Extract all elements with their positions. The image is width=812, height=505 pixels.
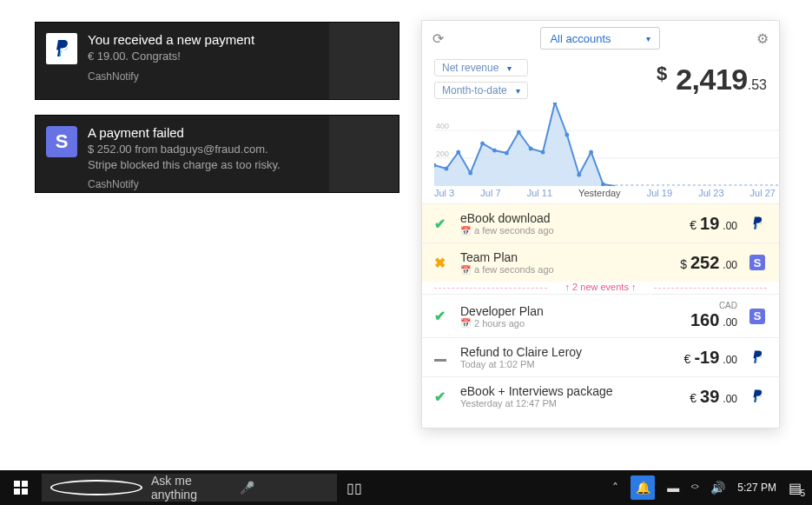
svg-rect-20 (14, 481, 20, 487)
svg-text:200: 200 (436, 150, 449, 158)
account-dropdown[interactable]: All accounts ▾ (540, 27, 659, 50)
svg-point-6 (444, 167, 448, 171)
battery-icon[interactable]: ▬ (667, 481, 679, 495)
tx-amount: €19.00 (659, 214, 737, 234)
panel-toolbar: ⟳ All accounts ▾ ⚙ (422, 21, 779, 56)
tx-time: 📅a few seconds ago (460, 225, 649, 236)
tx-amount: CAD 160.00 (659, 302, 737, 330)
tx-name: Developer Plan (460, 304, 649, 318)
volume-icon[interactable]: 🔊 (710, 481, 725, 495)
tx-amount: $252.00 (659, 253, 737, 273)
toast-payment-failed[interactable]: S A payment failed $ 252.00 from badguys… (35, 115, 399, 193)
toast-payment-received[interactable]: You received a new payment € 19.00. Cong… (35, 22, 399, 100)
tx-amount: €-19.00 (659, 348, 737, 368)
x-tick: Jul 11 (527, 188, 552, 198)
svg-point-13 (529, 147, 533, 151)
x-tick: Jul 7 (480, 188, 500, 198)
cortana-icon (50, 480, 142, 495)
x-tick: Jul 19 (647, 188, 672, 198)
transaction-row[interactable]: ✖ Team Plan 📅a few seconds ago $252.00 S (422, 243, 779, 282)
status-icon (434, 349, 450, 365)
svg-point-7 (456, 150, 460, 155)
windows-icon (14, 481, 28, 495)
svg-text:400: 400 (436, 122, 449, 130)
amount-cents: .53 (748, 77, 767, 92)
transaction-row[interactable]: ✔ Developer Plan 📅2 hours ago CAD 160.00… (422, 294, 779, 337)
start-button[interactable] (0, 481, 42, 495)
metric-label: Net revenue (442, 62, 498, 74)
transaction-row[interactable]: ✔ eBook + Interviews package Yesterday a… (422, 376, 779, 415)
provider-icon: S (748, 255, 767, 270)
calendar-icon: 📅 (460, 265, 471, 275)
task-view-button[interactable]: ▯▯ (337, 480, 372, 496)
status-icon: ✔ (434, 308, 450, 324)
filter-group: Net revenue ▾ Month-to-date ▾ (434, 59, 528, 99)
gear-icon[interactable]: ⚙ (756, 30, 769, 47)
tray-chevron-icon[interactable]: ˄ (612, 481, 618, 495)
taskbar: Ask me anything 🎤 ▯▯ ˄ 🔔 ▬ ⌔ 🔊 5:27 PM ▤… (0, 470, 812, 505)
tx-name: Refund to Claire Leroy (460, 345, 649, 359)
chart-x-axis: Jul 3 Jul 7 Jul 11 Yesterday Jul 19 Jul … (434, 186, 779, 203)
provider-icon (748, 349, 767, 365)
minus-icon (434, 359, 446, 362)
currency-symbol: $ (657, 63, 667, 84)
toast-body: A payment failed $ 252.00 from badguys@f… (88, 116, 329, 192)
toast-line: $ 252.00 from badguys@fraud.com. (88, 142, 322, 157)
chart-area: 400 200 Jul 3 Jul 7 Jul 11 Yesterday Jul… (422, 99, 779, 203)
svg-point-11 (505, 151, 509, 156)
new-events-divider: ↑ 2 new events ↑ (434, 282, 767, 294)
chevron-down-icon: ▾ (507, 63, 512, 73)
range-dropdown[interactable]: Month-to-date ▾ (434, 82, 528, 99)
status-icon: ✔ (434, 216, 450, 232)
amount-whole: 2,419 (676, 63, 748, 96)
svg-point-8 (468, 171, 472, 176)
tx-amount: €39.00 (659, 387, 737, 407)
tx-time: 📅2 hours ago (460, 318, 649, 329)
transaction-row[interactable]: ✔ eBook download 📅a few seconds ago €19.… (422, 203, 779, 243)
cashnotify-tray-icon[interactable]: 🔔 (630, 475, 655, 500)
chevron-down-icon: ▾ (516, 86, 520, 96)
svg-point-12 (517, 130, 521, 135)
taskbar-clock[interactable]: 5:27 PM (737, 482, 776, 494)
transaction-row[interactable]: Refund to Claire Leroy Today at 1:02 PM … (422, 337, 779, 376)
range-label: Month-to-date (442, 84, 507, 96)
x-tick: Yesterday (578, 188, 621, 198)
toast-body: You received a new payment € 19.00. Cong… (88, 23, 329, 99)
toast-action-strip[interactable] (329, 116, 399, 192)
stripe-icon: S (46, 126, 77, 157)
svg-rect-22 (14, 488, 20, 495)
toast-title: You received a new payment (88, 31, 322, 49)
paypal-icon (46, 33, 77, 64)
metric-dropdown[interactable]: Net revenue ▾ (434, 59, 528, 76)
tx-name: eBook download (460, 211, 649, 225)
line-chart: 400 200 (434, 103, 779, 186)
paypal-icon (749, 389, 765, 404)
provider-icon (748, 389, 767, 404)
toast-action-strip[interactable] (329, 23, 399, 99)
total-amount: $2,419.53 (657, 59, 767, 96)
stripe-icon: S (749, 309, 765, 324)
stripe-icon: S (749, 255, 765, 270)
microphone-icon[interactable]: 🎤 (240, 481, 328, 495)
notif-count: 5 (800, 488, 805, 498)
paypal-icon (749, 216, 765, 231)
svg-point-18 (589, 150, 593, 155)
action-center-icon[interactable]: ▤5 (789, 480, 802, 496)
wifi-icon[interactable]: ⌔ (691, 481, 698, 495)
metrics-row: Net revenue ▾ Month-to-date ▾ $2,419.53 (422, 56, 779, 99)
search-box[interactable]: Ask me anything 🎤 (42, 474, 337, 502)
paypal-icon (749, 349, 765, 365)
account-dropdown-label: All accounts (550, 32, 611, 45)
dashboard-panel: ⟳ All accounts ▾ ⚙ Net revenue ▾ Month-t… (421, 20, 780, 429)
calendar-icon: 📅 (460, 226, 471, 236)
tx-time: Today at 1:02 PM (460, 359, 649, 369)
refresh-icon[interactable]: ⟳ (432, 30, 444, 47)
svg-point-17 (577, 173, 581, 177)
calendar-icon: 📅 (460, 318, 471, 328)
svg-point-14 (541, 150, 545, 155)
toast-title: A payment failed (88, 124, 322, 142)
x-tick: Jul 27 (750, 188, 776, 198)
toast-app: CashNotify (88, 70, 322, 83)
svg-point-10 (492, 149, 497, 153)
chevron-down-icon: ▾ (646, 34, 650, 43)
